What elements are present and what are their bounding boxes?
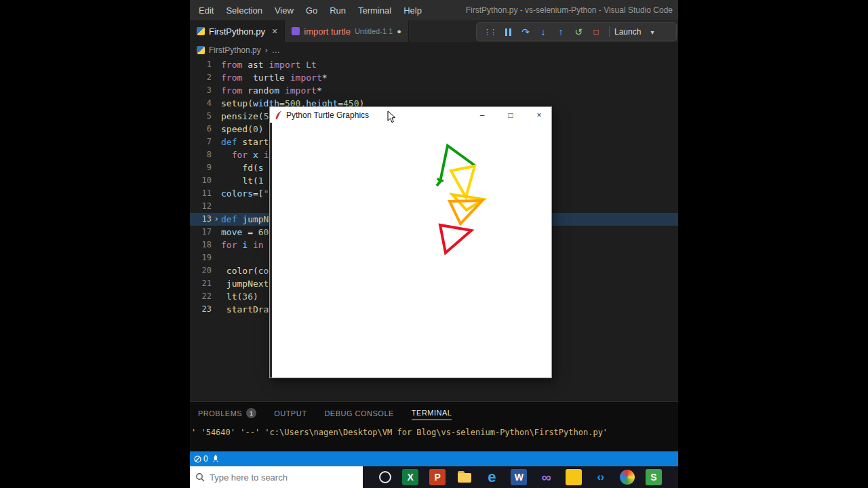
- code-text: for i in r: [221, 239, 274, 251]
- edge-icon[interactable]: e: [484, 469, 500, 485]
- line-number[interactable]: 19: [190, 251, 212, 264]
- tab-untitled[interactable]: import turtle Untitled-1 1 ●: [285, 20, 409, 42]
- line-number[interactable]: 22: [190, 290, 212, 303]
- line-number[interactable]: 9: [190, 161, 212, 174]
- fold-gutter: [212, 84, 221, 97]
- sticky-notes-icon[interactable]: [566, 469, 582, 485]
- snipping-icon[interactable]: S: [646, 469, 662, 485]
- file-explorer-icon[interactable]: [456, 469, 473, 485]
- code-text: from random import*: [221, 84, 322, 97]
- line-number[interactable]: 18: [190, 239, 212, 251]
- code-line[interactable]: 1from ast import Lt: [190, 58, 678, 71]
- breadcrumb-file[interactable]: FirstPython.py: [209, 45, 261, 55]
- menu-go[interactable]: Go: [300, 5, 323, 16]
- code-text: speed(0): [221, 123, 264, 136]
- rocket-icon: [212, 455, 220, 464]
- line-number[interactable]: 11: [190, 187, 212, 200]
- debug-launch-status[interactable]: [212, 455, 220, 464]
- vscode-icon[interactable]: ‹›: [593, 469, 609, 485]
- menu-selection[interactable]: Selection: [220, 5, 268, 16]
- close-icon[interactable]: ×: [272, 26, 277, 37]
- line-number[interactable]: 21: [190, 277, 212, 290]
- fold-chevron-icon[interactable]: ›: [212, 213, 221, 226]
- fold-gutter: [212, 277, 221, 290]
- line-number[interactable]: 13: [190, 213, 212, 226]
- tab-debug-console[interactable]: DEBUG CONSOLE: [324, 409, 393, 420]
- fold-gutter: [212, 264, 221, 277]
- panel-tab-label: TERMINAL: [412, 409, 452, 417]
- line-number[interactable]: 23: [190, 303, 212, 316]
- tab-output[interactable]: OUTPUT: [274, 409, 307, 420]
- code-line[interactable]: 3from random import*: [190, 84, 678, 97]
- step-into-icon[interactable]: ↓: [535, 26, 551, 37]
- menu-help[interactable]: Help: [397, 5, 428, 16]
- search-input[interactable]: [210, 472, 345, 483]
- powerpoint-icon[interactable]: P: [429, 469, 446, 485]
- line-number[interactable]: 20: [190, 264, 212, 277]
- code-text: startDraw: [221, 303, 274, 316]
- breadcrumb-more[interactable]: …: [272, 45, 280, 55]
- code-text: from ast import Lt: [221, 58, 317, 71]
- problems-status[interactable]: 0: [194, 454, 208, 464]
- fold-gutter: [212, 174, 221, 187]
- code-text: pensize(5: [221, 110, 269, 123]
- step-out-icon[interactable]: ↑: [553, 26, 569, 37]
- pause-icon[interactable]: [500, 28, 516, 36]
- code-text: colors=["r: [221, 187, 274, 200]
- tk-feather-icon: [275, 110, 282, 120]
- fold-gutter: [212, 110, 221, 123]
- fold-gutter: [212, 226, 221, 239]
- turtle-window-title: Python Turtle Graphics: [286, 110, 466, 120]
- word-icon[interactable]: W: [511, 469, 527, 485]
- restart-icon[interactable]: ↺: [570, 26, 587, 37]
- breadcrumb[interactable]: FirstPython.py › …: [190, 42, 678, 58]
- tab-problems[interactable]: PROBLEMS 1: [198, 408, 256, 421]
- panel-tab-label: OUTPUT: [274, 409, 307, 418]
- fold-gutter: [212, 161, 221, 174]
- line-number[interactable]: 17: [190, 226, 212, 239]
- python-file-icon: [197, 27, 205, 35]
- line-number[interactable]: 12: [190, 200, 212, 213]
- code-line[interactable]: 2from turtle import*: [190, 71, 678, 84]
- python-file-icon: [197, 46, 205, 54]
- step-over-icon[interactable]: ↷: [517, 26, 534, 37]
- menu-edit[interactable]: Edit: [193, 5, 220, 16]
- problems-badge: 1: [246, 408, 256, 418]
- dirty-dot-icon: ●: [397, 27, 401, 35]
- fold-gutter: [212, 303, 221, 316]
- launch-config-button[interactable]: Launch ▾: [614, 27, 654, 37]
- tab-firstpython[interactable]: FirstPython.py ×: [190, 20, 285, 42]
- toolbar-divider: [609, 26, 610, 37]
- menu-view[interactable]: View: [269, 5, 300, 16]
- taskbar-icons: XPeW∞‹›S: [363, 469, 678, 485]
- maximize-icon[interactable]: □: [498, 110, 523, 120]
- line-number[interactable]: 8: [190, 148, 212, 161]
- menubar: Edit Selection View Go Run Terminal Help…: [190, 0, 678, 20]
- taskbar-search[interactable]: [190, 466, 363, 488]
- code-text: def jumpNe: [221, 213, 274, 226]
- menu-run[interactable]: Run: [323, 5, 352, 16]
- fold-gutter: [212, 58, 221, 71]
- drag-handle-icon[interactable]: ⋮⋮: [481, 28, 498, 37]
- line-number[interactable]: 7: [190, 136, 212, 148]
- close-icon[interactable]: ×: [527, 110, 551, 120]
- turtle-canvas: [270, 123, 551, 378]
- code-text: move = 60: [221, 226, 269, 239]
- turtle-window-titlebar[interactable]: Python Turtle Graphics – □ ×: [270, 107, 551, 123]
- cortana-icon[interactable]: [379, 471, 391, 483]
- tab-terminal[interactable]: TERMINAL: [412, 409, 452, 420]
- visual-studio-icon[interactable]: ∞: [538, 469, 555, 485]
- excel-icon[interactable]: X: [402, 469, 418, 485]
- line-number[interactable]: 1: [190, 58, 212, 71]
- line-number[interactable]: 10: [190, 174, 212, 187]
- line-number[interactable]: 6: [190, 123, 212, 136]
- error-count: 0: [203, 454, 208, 464]
- stop-icon[interactable]: □: [588, 27, 604, 37]
- line-number[interactable]: 5: [190, 110, 212, 123]
- line-number[interactable]: 3: [190, 84, 212, 97]
- menu-terminal[interactable]: Terminal: [352, 5, 397, 16]
- minimize-icon[interactable]: –: [470, 110, 494, 120]
- paint-icon[interactable]: [620, 470, 635, 485]
- line-number[interactable]: 2: [190, 71, 212, 84]
- line-number[interactable]: 4: [190, 97, 212, 110]
